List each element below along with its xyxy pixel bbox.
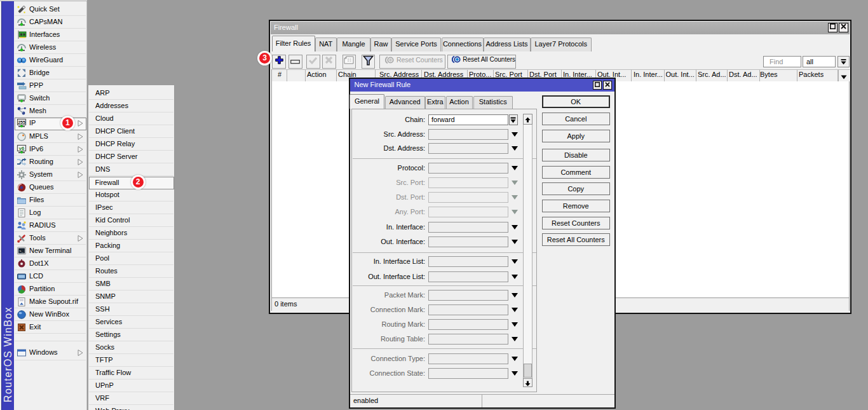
svg-text:v6: v6 — [19, 146, 24, 151]
svg-text:>_: >_ — [19, 249, 24, 254]
svg-text:255: 255 — [18, 120, 25, 125]
